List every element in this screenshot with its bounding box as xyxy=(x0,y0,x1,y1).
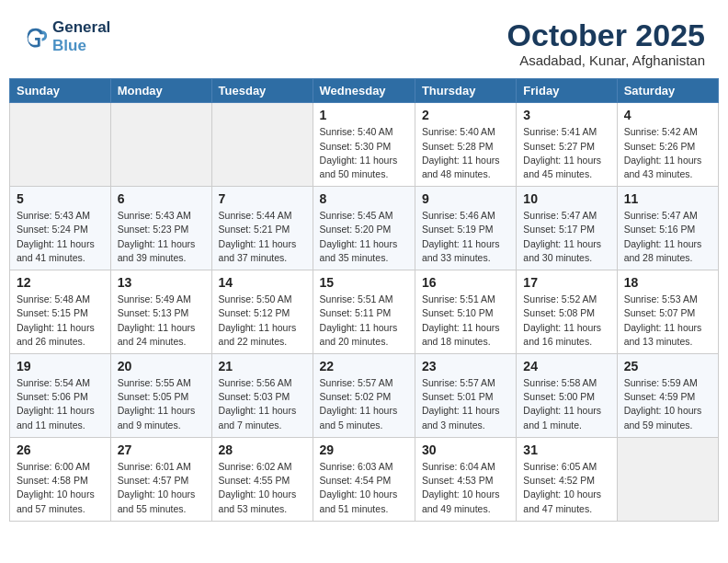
cell-sun-info: Sunrise: 5:44 AMSunset: 5:21 PMDaylight:… xyxy=(219,209,306,265)
logo-icon xyxy=(23,24,49,50)
cell-1-5: 10Sunrise: 5:47 AMSunset: 5:17 PMDayligh… xyxy=(517,187,617,270)
header-wednesday: Wednesday xyxy=(313,79,415,103)
cell-sun-info: Sunrise: 5:55 AMSunset: 5:05 PMDaylight:… xyxy=(118,376,205,432)
logo: General Blue xyxy=(23,18,110,54)
cell-sun-info: Sunrise: 5:51 AMSunset: 5:10 PMDaylight:… xyxy=(422,293,509,349)
cell-4-3: 29Sunrise: 6:03 AMSunset: 4:54 PMDayligh… xyxy=(313,437,415,521)
cell-3-0: 19Sunrise: 5:54 AMSunset: 5:06 PMDayligh… xyxy=(10,354,111,438)
header-sunday: Sunday xyxy=(10,79,111,103)
cell-sun-info: Sunrise: 5:45 AMSunset: 5:20 PMDaylight:… xyxy=(320,209,408,265)
cell-day-number: 23 xyxy=(422,359,509,373)
cell-4-5: 31Sunrise: 6:05 AMSunset: 4:52 PMDayligh… xyxy=(517,437,617,521)
cell-day-number: 20 xyxy=(118,359,205,373)
cell-4-4: 30Sunrise: 6:04 AMSunset: 4:53 PMDayligh… xyxy=(415,437,516,521)
cell-day-number: 18 xyxy=(624,275,711,290)
cell-day-number: 26 xyxy=(17,442,104,457)
cell-sun-info: Sunrise: 5:59 AMSunset: 4:59 PMDaylight:… xyxy=(624,376,711,432)
cell-sun-info: Sunrise: 5:52 AMSunset: 5:08 PMDaylight:… xyxy=(523,293,609,349)
cell-0-3: 1Sunrise: 5:40 AMSunset: 5:30 PMDaylight… xyxy=(313,103,415,187)
cell-sun-info: Sunrise: 5:49 AMSunset: 5:13 PMDaylight:… xyxy=(118,293,205,349)
cell-2-3: 15Sunrise: 5:51 AMSunset: 5:11 PMDayligh… xyxy=(313,270,415,354)
cell-3-1: 20Sunrise: 5:55 AMSunset: 5:05 PMDayligh… xyxy=(110,354,211,438)
cell-day-number: 30 xyxy=(422,442,509,457)
cell-day-number: 4 xyxy=(624,108,711,122)
cell-1-3: 8Sunrise: 5:45 AMSunset: 5:20 PMDaylight… xyxy=(313,187,415,270)
cell-2-2: 14Sunrise: 5:50 AMSunset: 5:12 PMDayligh… xyxy=(211,270,313,354)
cell-1-6: 11Sunrise: 5:47 AMSunset: 5:16 PMDayligh… xyxy=(617,187,718,270)
cell-day-number: 2 xyxy=(422,108,509,122)
cell-day-number: 24 xyxy=(523,359,609,373)
cell-sun-info: Sunrise: 6:04 AMSunset: 4:53 PMDaylight:… xyxy=(422,460,509,516)
cell-day-number: 28 xyxy=(219,442,306,457)
cell-3-3: 22Sunrise: 5:57 AMSunset: 5:02 PMDayligh… xyxy=(313,354,415,438)
cell-day-number: 31 xyxy=(523,442,609,457)
cell-sun-info: Sunrise: 6:02 AMSunset: 4:55 PMDaylight:… xyxy=(219,460,306,516)
week-row-4: 19Sunrise: 5:54 AMSunset: 5:06 PMDayligh… xyxy=(10,354,719,438)
cell-3-5: 24Sunrise: 5:58 AMSunset: 5:00 PMDayligh… xyxy=(517,354,617,438)
week-row-3: 12Sunrise: 5:48 AMSunset: 5:15 PMDayligh… xyxy=(10,270,719,354)
location-title: Asadabad, Kunar, Afghanistan xyxy=(507,52,705,68)
cell-3-2: 21Sunrise: 5:56 AMSunset: 5:03 PMDayligh… xyxy=(211,354,313,438)
cell-day-number: 3 xyxy=(523,108,609,122)
cell-1-0: 5Sunrise: 5:43 AMSunset: 5:24 PMDaylight… xyxy=(10,187,111,270)
cell-sun-info: Sunrise: 5:40 AMSunset: 5:28 PMDaylight:… xyxy=(422,125,509,181)
cell-0-0 xyxy=(10,103,111,187)
cell-day-number: 12 xyxy=(17,275,104,290)
cell-sun-info: Sunrise: 6:03 AMSunset: 4:54 PMDaylight:… xyxy=(320,460,408,516)
header-saturday: Saturday xyxy=(617,79,718,103)
header-friday: Friday xyxy=(517,79,617,103)
cell-day-number: 27 xyxy=(118,442,205,457)
cell-day-number: 8 xyxy=(320,191,408,206)
logo-text: General Blue xyxy=(52,18,110,54)
cell-sun-info: Sunrise: 5:47 AMSunset: 5:17 PMDaylight:… xyxy=(523,209,609,265)
cell-2-5: 17Sunrise: 5:52 AMSunset: 5:08 PMDayligh… xyxy=(517,270,617,354)
week-row-2: 5Sunrise: 5:43 AMSunset: 5:24 PMDaylight… xyxy=(10,187,719,270)
header-thursday: Thursday xyxy=(415,79,516,103)
title-block: October 2025 Asadabad, Kunar, Afghanista… xyxy=(507,18,705,68)
cell-sun-info: Sunrise: 5:50 AMSunset: 5:12 PMDaylight:… xyxy=(219,293,306,349)
cell-day-number: 5 xyxy=(17,191,104,206)
cell-day-number: 6 xyxy=(118,191,205,206)
cell-sun-info: Sunrise: 5:56 AMSunset: 5:03 PMDaylight:… xyxy=(219,376,306,432)
cell-sun-info: Sunrise: 5:42 AMSunset: 5:26 PMDaylight:… xyxy=(624,125,711,181)
cell-0-5: 3Sunrise: 5:41 AMSunset: 5:27 PMDaylight… xyxy=(517,103,617,187)
cell-2-1: 13Sunrise: 5:49 AMSunset: 5:13 PMDayligh… xyxy=(110,270,211,354)
cell-day-number: 1 xyxy=(320,108,408,122)
cell-sun-info: Sunrise: 5:48 AMSunset: 5:15 PMDaylight:… xyxy=(17,293,104,349)
cell-sun-info: Sunrise: 5:47 AMSunset: 5:16 PMDaylight:… xyxy=(624,209,711,265)
cell-2-6: 18Sunrise: 5:53 AMSunset: 5:07 PMDayligh… xyxy=(617,270,718,354)
week-row-5: 26Sunrise: 6:00 AMSunset: 4:58 PMDayligh… xyxy=(10,437,719,521)
cell-day-number: 14 xyxy=(219,275,306,290)
header-tuesday: Tuesday xyxy=(211,79,313,103)
page-header: General Blue October 2025 Asadabad, Kuna… xyxy=(9,9,719,73)
cell-2-0: 12Sunrise: 5:48 AMSunset: 5:15 PMDayligh… xyxy=(10,270,111,354)
cell-sun-info: Sunrise: 5:58 AMSunset: 5:00 PMDaylight:… xyxy=(523,376,609,432)
cell-sun-info: Sunrise: 5:41 AMSunset: 5:27 PMDaylight:… xyxy=(523,125,609,181)
week-row-1: 1Sunrise: 5:40 AMSunset: 5:30 PMDaylight… xyxy=(10,103,719,187)
cell-1-4: 9Sunrise: 5:46 AMSunset: 5:19 PMDaylight… xyxy=(415,187,516,270)
cell-sun-info: Sunrise: 5:40 AMSunset: 5:30 PMDaylight:… xyxy=(320,125,408,181)
cell-sun-info: Sunrise: 5:51 AMSunset: 5:11 PMDaylight:… xyxy=(320,293,408,349)
cell-day-number: 7 xyxy=(219,191,306,206)
cell-0-2 xyxy=(211,103,313,187)
cell-0-6: 4Sunrise: 5:42 AMSunset: 5:26 PMDaylight… xyxy=(617,103,718,187)
cell-sun-info: Sunrise: 6:00 AMSunset: 4:58 PMDaylight:… xyxy=(17,460,104,516)
cell-day-number: 16 xyxy=(422,275,509,290)
cell-sun-info: Sunrise: 6:05 AMSunset: 4:52 PMDaylight:… xyxy=(523,460,609,516)
cell-3-6: 25Sunrise: 5:59 AMSunset: 4:59 PMDayligh… xyxy=(617,354,718,438)
cell-day-number: 15 xyxy=(320,275,408,290)
cell-4-6 xyxy=(617,437,718,521)
cell-sun-info: Sunrise: 5:43 AMSunset: 5:23 PMDaylight:… xyxy=(118,209,205,265)
cell-day-number: 11 xyxy=(624,191,711,206)
cell-sun-info: Sunrise: 5:57 AMSunset: 5:02 PMDaylight:… xyxy=(320,376,408,432)
cell-sun-info: Sunrise: 5:57 AMSunset: 5:01 PMDaylight:… xyxy=(422,376,509,432)
cell-sun-info: Sunrise: 5:43 AMSunset: 5:24 PMDaylight:… xyxy=(17,209,104,265)
cell-1-2: 7Sunrise: 5:44 AMSunset: 5:21 PMDaylight… xyxy=(211,187,313,270)
cell-0-4: 2Sunrise: 5:40 AMSunset: 5:28 PMDaylight… xyxy=(415,103,516,187)
cell-day-number: 21 xyxy=(219,359,306,373)
cell-sun-info: Sunrise: 5:54 AMSunset: 5:06 PMDaylight:… xyxy=(17,376,104,432)
cell-3-4: 23Sunrise: 5:57 AMSunset: 5:01 PMDayligh… xyxy=(415,354,516,438)
cell-day-number: 13 xyxy=(118,275,205,290)
cell-0-1 xyxy=(110,103,211,187)
header-monday: Monday xyxy=(110,79,211,103)
